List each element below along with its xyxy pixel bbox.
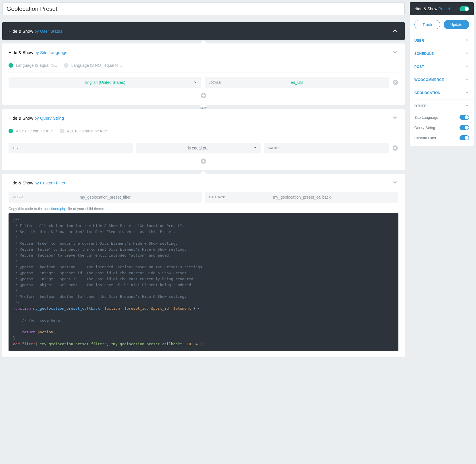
chevron-up-icon	[465, 90, 469, 95]
site-lang-prefix: Hide & Show	[9, 50, 33, 55]
chevron-up-icon	[465, 64, 469, 69]
preset-toggle[interactable]	[460, 6, 469, 11]
functions-link[interactable]: functions.php	[44, 207, 66, 211]
locale-field[interactable]: LOCALE: en_US	[205, 77, 389, 88]
add-rule-button[interactable]	[9, 157, 398, 164]
side-header-accent: Preset	[438, 7, 450, 11]
section-other-header[interactable]: OTHER	[410, 99, 474, 112]
user-status-by: by User Status	[34, 29, 62, 34]
chevron-down-icon[interactable]	[392, 49, 398, 56]
remove-rule-button[interactable]	[392, 145, 398, 151]
trash-button[interactable]: Trash	[414, 20, 440, 29]
section-user-title: USER	[414, 39, 424, 43]
section-geo-title: GEOLOCATION	[414, 91, 440, 95]
key-label: KEY:	[13, 147, 19, 150]
section-schedule-title: SCHEDULE	[414, 52, 434, 56]
section-schedule-header[interactable]: SCHEDULE	[410, 47, 474, 60]
other-custom-filter: Custom Filter	[414, 133, 469, 143]
chevron-up-icon	[465, 77, 469, 82]
query-string-toggle[interactable]	[460, 125, 469, 130]
add-rule-button[interactable]	[9, 91, 398, 99]
radio-off-icon	[60, 129, 64, 133]
filter-label: FILTER:	[13, 196, 24, 199]
chevron-down-icon	[465, 103, 469, 109]
section-post-header[interactable]: POST	[410, 60, 474, 73]
locale-value: en_US	[209, 80, 385, 85]
radio-on-icon	[9, 129, 13, 133]
language-select-value: English (United States)	[85, 80, 125, 85]
custom-prefix: Hide & Show	[9, 180, 33, 185]
section-post-title: POST	[414, 65, 424, 69]
callback-label: CALLBACK:	[209, 196, 226, 199]
site-language-card: Hide & Show by Site Language Language IS…	[2, 43, 405, 105]
query-rule-row: KEY: is equal to... VALUE:	[9, 143, 398, 153]
section-geo-header[interactable]: GEOLOCATION	[410, 86, 474, 99]
helper-pre: Copy this code to the	[9, 207, 44, 211]
query-prefix: Hide & Show	[9, 116, 33, 120]
radio-on-icon	[9, 63, 13, 68]
side-panel: Hide & Show Preset Trash Update USER SCH…	[410, 2, 474, 146]
chevron-down-icon[interactable]	[392, 179, 398, 187]
caret-down-icon	[193, 80, 197, 85]
site-lang-rule-row: English (United States) LOCALE: en_US	[9, 77, 398, 88]
locale-label: LOCALE:	[209, 81, 222, 84]
section-woo-header[interactable]: WOOCOMMERCE	[410, 73, 474, 86]
callback-field[interactable]: CALLBACK: my_geolocation_preset_callback	[205, 192, 398, 203]
chevron-up-icon[interactable]	[392, 27, 398, 35]
other-query-label: Query String	[414, 126, 435, 130]
lang-is-label: Language IS equal to...	[16, 63, 57, 68]
query-by: by Query String	[34, 116, 64, 120]
query-string-header[interactable]: Hide & Show by Query String	[2, 109, 405, 127]
chevron-down-icon[interactable]	[392, 114, 398, 122]
key-field[interactable]: KEY:	[9, 143, 133, 153]
value-label: VALUE:	[268, 147, 279, 150]
operator-select[interactable]: is equal to...	[136, 143, 261, 153]
side-header-prefix: Hide & Show	[414, 7, 437, 11]
section-woo-title: WOOCOMMERCE	[414, 78, 444, 82]
other-custom-label: Custom Filter	[414, 136, 436, 140]
value-field[interactable]: VALUE:	[264, 143, 389, 153]
any-rule-label: ANY rule can be true	[16, 129, 53, 133]
user-status-prefix: Hide & Show	[9, 29, 33, 34]
code-block: /** * Filter callback function for the H…	[9, 213, 398, 351]
user-status-card: Hide & Show by User Status	[2, 22, 405, 40]
caret-down-icon	[253, 146, 257, 151]
custom-filter-toggle[interactable]	[460, 135, 469, 140]
any-rule-option[interactable]: ANY rule can be true	[9, 129, 53, 133]
all-rules-option[interactable]: ALL rules must be true	[60, 129, 107, 133]
custom-by: by Custom Filter	[34, 180, 65, 185]
preset-title-input[interactable]	[2, 2, 405, 15]
lang-is-option[interactable]: Language IS equal to...	[9, 63, 57, 68]
site-language-toggle[interactable]	[460, 115, 469, 120]
callback-value: my_geolocation_preset_callback	[209, 195, 394, 199]
lang-not-label: Language IS NOT equal to...	[71, 63, 122, 68]
filter-field[interactable]: FILTER: my_geolocation_preset_filter	[9, 192, 202, 203]
query-radio-row: ANY rule can be true ALL rules must be t…	[9, 127, 398, 138]
other-site-language: Site Language	[414, 112, 469, 122]
helper-text: Copy this code to the functions.php file…	[9, 207, 398, 211]
language-select[interactable]: English (United States)	[9, 77, 201, 88]
lang-not-option[interactable]: Language IS NOT equal to...	[64, 63, 122, 68]
site-lang-radio-row: Language IS equal to... Language IS NOT …	[9, 61, 398, 72]
filter-value: my_geolocation_preset_filter	[13, 195, 198, 199]
operator-value: is equal to...	[188, 146, 209, 150]
section-user-header[interactable]: USER	[410, 34, 474, 47]
all-rules-label: ALL rules must be true	[67, 129, 107, 133]
side-header: Hide & Show Preset	[410, 2, 474, 15]
section-other-title: OTHER	[414, 104, 427, 108]
user-status-header[interactable]: Hide & Show by User Status	[2, 22, 405, 40]
remove-rule-button[interactable]	[392, 79, 398, 86]
site-language-header[interactable]: Hide & Show by Site Language	[2, 43, 405, 61]
chevron-up-icon	[465, 38, 469, 43]
other-query-string: Query String	[414, 122, 469, 133]
site-lang-by: by Site Language	[34, 50, 68, 55]
update-button[interactable]: Update	[444, 20, 469, 29]
custom-filter-header[interactable]: Hide & Show by Custom Filter	[2, 174, 405, 192]
radio-off-icon	[64, 63, 68, 68]
custom-filter-card: Hide & Show by Custom Filter FILTER: my_…	[2, 174, 405, 357]
chevron-up-icon	[465, 51, 469, 56]
helper-post: file of your child theme.	[66, 207, 105, 211]
query-string-card: Hide & Show by Query String ANY rule can…	[2, 109, 405, 170]
other-site-lang-label: Site Language	[414, 115, 438, 120]
